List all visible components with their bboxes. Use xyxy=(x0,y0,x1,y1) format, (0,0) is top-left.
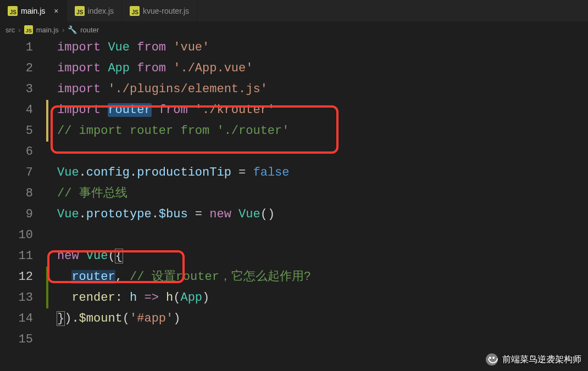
code-line[interactable]: 9Vue.prototype.$bus = new Vue() xyxy=(0,204,588,225)
code-token xyxy=(101,82,108,96)
line-number: 10 xyxy=(0,225,44,246)
code-token: false xyxy=(253,166,289,179)
code-editor[interactable]: 1import Vue from 'vue'2import App from '… xyxy=(0,37,588,350)
code-token xyxy=(159,291,166,305)
code-line[interactable]: 4import router from './krouter' xyxy=(0,100,588,121)
code-line[interactable]: 3import './plugins/element.js' xyxy=(0,79,588,100)
code-content[interactable]: }).$mount('#app') xyxy=(44,308,180,329)
code-token xyxy=(101,61,108,75)
tab-label: kvue-router.js xyxy=(143,7,189,15)
code-content[interactable]: Vue.config.productionTip = false xyxy=(44,162,290,183)
tab-main-js[interactable]: JS main.js × xyxy=(0,0,67,21)
code-token: render xyxy=(71,291,115,305)
breadcrumb-item[interactable]: main.js xyxy=(36,26,59,34)
code-token: , xyxy=(115,270,123,284)
code-token xyxy=(231,207,238,221)
code-line[interactable]: 7Vue.config.productionTip = false xyxy=(0,162,588,183)
line-number: 4 xyxy=(0,100,44,121)
code-line[interactable]: 6 xyxy=(0,142,588,162)
tab-kvue-router-js[interactable]: JS kvue-router.js xyxy=(122,0,197,21)
code-content[interactable]: // 事件总线 xyxy=(44,183,127,204)
wechat-icon xyxy=(486,353,498,366)
code-line[interactable]: 2import App from './App.vue' xyxy=(0,58,588,79)
code-token xyxy=(166,41,173,54)
code-line[interactable]: 8// 事件总线 xyxy=(0,183,588,204)
line-number: 7 xyxy=(0,162,44,183)
code-token: './krouter' xyxy=(195,103,275,117)
code-token xyxy=(57,291,71,305)
line-number: 12 xyxy=(0,267,44,288)
code-line[interactable]: 12 router, // 设置router，它怎么起作用? xyxy=(0,267,588,288)
code-line[interactable]: 14}).$mount('#app') xyxy=(0,308,588,329)
code-token: App xyxy=(108,61,130,75)
js-file-icon: JS xyxy=(75,6,85,16)
code-token: = xyxy=(231,166,253,179)
chevron-right-icon: › xyxy=(18,26,20,34)
code-token xyxy=(130,41,137,54)
code-token: . xyxy=(79,207,86,221)
code-token: // 事件总线 xyxy=(57,187,127,200)
code-token xyxy=(101,41,108,54)
code-content[interactable]: import Vue from 'vue' xyxy=(44,37,209,58)
code-token: . xyxy=(71,312,79,325)
code-token: = xyxy=(188,207,210,221)
code-token: Vue xyxy=(86,249,108,263)
code-token: ) xyxy=(173,312,180,325)
code-token: Vue xyxy=(238,207,260,221)
code-token xyxy=(101,103,108,117)
code-content[interactable]: // import router from './router' xyxy=(44,121,289,142)
code-token: // import router from './router' xyxy=(57,124,289,138)
code-content[interactable]: render: h => h(App) xyxy=(44,288,209,308)
close-icon[interactable]: × xyxy=(54,7,58,15)
code-token: import xyxy=(57,82,101,96)
code-line[interactable]: 5// import router from './router' xyxy=(0,121,588,142)
tab-bar: JS main.js × JS index.js JS kvue-router.… xyxy=(0,0,588,22)
code-token: 'vue' xyxy=(173,41,209,54)
breadcrumb: src › JS main.js › 🔧 router xyxy=(0,22,588,37)
code-token: () xyxy=(260,207,275,221)
tab-label: main.js xyxy=(21,7,45,15)
code-token: ( xyxy=(173,291,180,305)
code-content[interactable]: new Vue({ xyxy=(44,246,123,267)
code-token xyxy=(137,291,144,305)
code-line[interactable]: 13 render: h => h(App) xyxy=(0,288,588,308)
js-file-icon: JS xyxy=(24,25,33,34)
code-line[interactable]: 15 xyxy=(0,329,588,350)
code-line[interactable]: 11new Vue({ xyxy=(0,246,588,267)
breadcrumb-item[interactable]: src xyxy=(5,26,15,34)
code-content[interactable]: import App from './App.vue' xyxy=(44,58,253,79)
line-number: 14 xyxy=(0,308,44,329)
code-token: from xyxy=(159,103,188,117)
line-number: 1 xyxy=(0,37,44,58)
code-token xyxy=(123,270,130,284)
code-token: import xyxy=(57,103,101,117)
code-content[interactable]: import './plugins/element.js' xyxy=(44,79,268,100)
code-token: new xyxy=(209,207,231,221)
line-number: 15 xyxy=(0,329,44,350)
code-content[interactable]: Vue.prototype.$bus = new Vue() xyxy=(44,204,275,225)
code-content[interactable]: import router from './krouter' xyxy=(44,100,275,121)
line-number: 8 xyxy=(0,183,44,204)
code-token xyxy=(79,249,86,263)
code-token: . xyxy=(152,207,159,221)
code-line[interactable]: 1import Vue from 'vue' xyxy=(0,37,588,58)
code-token: Vue xyxy=(57,207,79,221)
breadcrumb-item[interactable]: router xyxy=(80,26,99,34)
code-token: config xyxy=(86,166,130,179)
code-token: . xyxy=(79,166,86,179)
code-token: ( xyxy=(123,312,130,325)
code-token: // 设置router，它怎么起作用? xyxy=(130,270,311,284)
watermark-text: 前端菜鸟逆袭架构师 xyxy=(502,354,581,366)
tab-index-js[interactable]: JS index.js xyxy=(67,0,122,21)
line-number: 9 xyxy=(0,204,44,225)
code-token: { xyxy=(115,249,123,263)
code-token xyxy=(166,61,173,75)
code-line[interactable]: 10 xyxy=(0,225,588,246)
code-token: . xyxy=(130,166,137,179)
code-token: App xyxy=(180,291,202,305)
code-content[interactable]: router, // 设置router，它怎么起作用? xyxy=(44,267,311,288)
code-token: './App.vue' xyxy=(173,61,253,75)
line-number: 11 xyxy=(0,246,44,267)
code-token xyxy=(130,61,137,75)
code-token: => xyxy=(144,291,158,305)
